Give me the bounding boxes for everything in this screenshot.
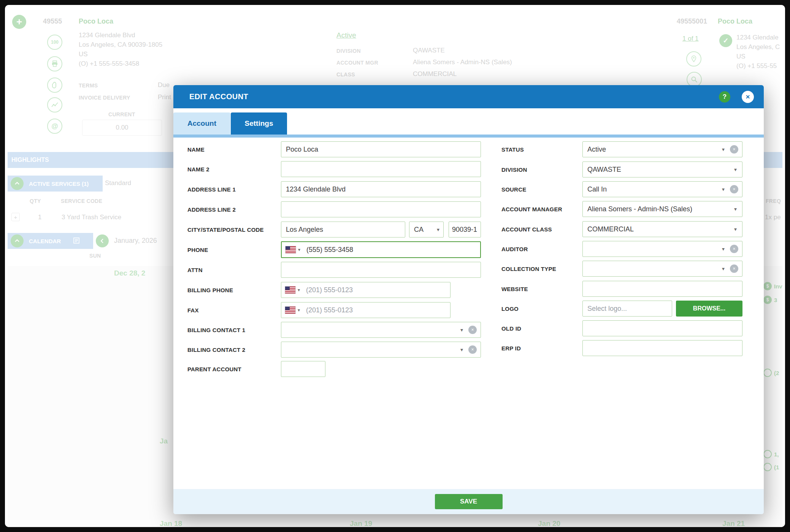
account-manager-value: Aliena Somers - Admin-NS (Sales) bbox=[587, 205, 692, 213]
parent-account-input[interactable] bbox=[281, 361, 325, 377]
logo-input[interactable] bbox=[582, 301, 672, 317]
source-select[interactable]: Call In ▾ × bbox=[582, 181, 742, 197]
dialog-title: EDIT ACCOUNT bbox=[189, 92, 248, 101]
fax-input[interactable] bbox=[300, 306, 446, 314]
account-manager-label: ACCOUNT MANAGER bbox=[501, 201, 562, 217]
phone-field[interactable]: ▾ bbox=[281, 241, 481, 258]
postal-code-input[interactable] bbox=[449, 222, 481, 238]
chevron-down-icon: ▾ bbox=[734, 166, 737, 173]
chevron-down-icon: ▾ bbox=[722, 186, 725, 192]
dialog-header: EDIT ACCOUNT ? × bbox=[173, 85, 764, 108]
division-select-label: DIVISION bbox=[501, 162, 527, 177]
account-class-value: COMMERCIAL bbox=[587, 225, 634, 233]
division-select[interactable]: QAWASTE ▾ bbox=[582, 162, 742, 177]
app-screen: + 49555 Poco Loca 100 @ 1234 Glendale Bl… bbox=[5, 5, 785, 527]
clear-icon[interactable]: × bbox=[730, 145, 738, 154]
website-label: WEBSITE bbox=[501, 281, 528, 297]
clear-icon[interactable]: × bbox=[730, 245, 738, 253]
name2-label: NAME 2 bbox=[187, 161, 209, 177]
tab-settings[interactable]: Settings bbox=[231, 112, 287, 135]
address2-input[interactable] bbox=[281, 201, 481, 217]
us-flag-icon[interactable] bbox=[285, 307, 295, 314]
clear-icon[interactable]: × bbox=[468, 326, 477, 334]
phone-label: PHONE bbox=[187, 242, 208, 258]
state-select[interactable]: CA ▾ bbox=[409, 222, 444, 238]
tab-underline bbox=[173, 135, 764, 138]
old-id-input[interactable] bbox=[582, 320, 742, 336]
erp-id-input[interactable] bbox=[582, 340, 742, 356]
status-value: Active bbox=[587, 146, 606, 154]
tab-settings-label: Settings bbox=[245, 119, 273, 128]
billing-contact1-select[interactable]: ▾ × bbox=[281, 322, 481, 338]
source-label: SOURCE bbox=[501, 181, 526, 197]
fax-label: FAX bbox=[187, 302, 199, 318]
tab-account[interactable]: Account bbox=[173, 112, 230, 135]
billing-phone-field[interactable]: ▾ bbox=[281, 282, 451, 298]
city-input[interactable] bbox=[281, 222, 405, 238]
chevron-down-icon: ▾ bbox=[460, 327, 463, 333]
account-manager-select[interactable]: Aliena Somers - Admin-NS (Sales) ▾ bbox=[582, 201, 742, 217]
status-label: STATUS bbox=[501, 141, 524, 157]
billing-contact2-select[interactable]: ▾ × bbox=[281, 342, 481, 358]
account-class-select[interactable]: COMMERCIAL ▾ bbox=[582, 221, 742, 237]
us-flag-icon[interactable] bbox=[286, 246, 296, 253]
collection-type-select[interactable]: ▾ × bbox=[582, 261, 742, 277]
tab-account-label: Account bbox=[187, 119, 216, 128]
erp-id-label: ERP ID bbox=[501, 340, 521, 356]
auditor-select[interactable]: ▾ × bbox=[582, 241, 742, 257]
name-input[interactable] bbox=[281, 141, 481, 157]
attn-label: ATTN bbox=[187, 262, 203, 278]
close-button[interactable]: × bbox=[742, 91, 754, 103]
auditor-label: AUDITOR bbox=[501, 241, 528, 257]
chevron-down-icon: ▾ bbox=[722, 246, 725, 252]
chevron-down-icon: ▾ bbox=[722, 146, 725, 152]
chevron-down-icon: ▾ bbox=[722, 266, 725, 272]
address1-label: ADDRESS LINE 1 bbox=[187, 181, 236, 197]
division-select-value: QAWASTE bbox=[587, 166, 621, 174]
billing-phone-label: BILLING PHONE bbox=[187, 282, 233, 298]
source-value: Call In bbox=[587, 185, 607, 193]
window-frame: + 49555 Poco Loca 100 @ 1234 Glendale Bl… bbox=[0, 0, 790, 532]
account-class-label: ACCOUNT CLASS bbox=[501, 221, 552, 237]
chevron-down-icon: ▾ bbox=[460, 347, 463, 353]
collection-type-label: COLLECTION TYPE bbox=[501, 261, 556, 277]
address1-input[interactable] bbox=[281, 181, 481, 197]
chevron-down-icon: ▾ bbox=[734, 226, 737, 232]
clear-icon[interactable]: × bbox=[730, 264, 738, 273]
billing-phone-input[interactable] bbox=[300, 286, 446, 294]
save-button[interactable]: SAVE bbox=[435, 494, 503, 509]
billing-contact1-label: BILLING CONTACT 1 bbox=[187, 322, 245, 338]
parent-account-label: PARENT ACCOUNT bbox=[187, 361, 241, 377]
name2-input[interactable] bbox=[281, 161, 481, 177]
website-input[interactable] bbox=[582, 281, 742, 297]
chevron-down-icon: ▾ bbox=[437, 226, 439, 233]
browse-button[interactable]: BROWSE... bbox=[676, 301, 742, 317]
phone-input[interactable] bbox=[300, 246, 476, 254]
us-flag-icon[interactable] bbox=[285, 287, 295, 293]
help-button[interactable]: ? bbox=[719, 91, 730, 103]
fax-field[interactable]: ▾ bbox=[281, 302, 451, 318]
clear-icon[interactable]: × bbox=[468, 345, 477, 354]
old-id-label: OLD ID bbox=[501, 320, 521, 336]
billing-contact2-label: BILLING CONTACT 2 bbox=[187, 342, 245, 358]
dialog-footer: SAVE bbox=[173, 489, 764, 514]
edit-account-dialog: EDIT ACCOUNT ? × Account Settings NAME N… bbox=[173, 85, 764, 514]
clear-icon[interactable]: × bbox=[730, 185, 738, 193]
name-label: NAME bbox=[187, 141, 205, 157]
status-select[interactable]: Active ▾ × bbox=[582, 141, 742, 157]
logo-label: LOGO bbox=[501, 301, 519, 317]
attn-input[interactable] bbox=[281, 262, 481, 278]
city-state-postal-label: CITY/STATE/POSTAL CODE bbox=[187, 222, 264, 238]
chevron-down-icon: ▾ bbox=[734, 206, 737, 212]
state-value: CA bbox=[414, 226, 424, 234]
address2-label: ADDRESS LINE 2 bbox=[187, 201, 236, 217]
